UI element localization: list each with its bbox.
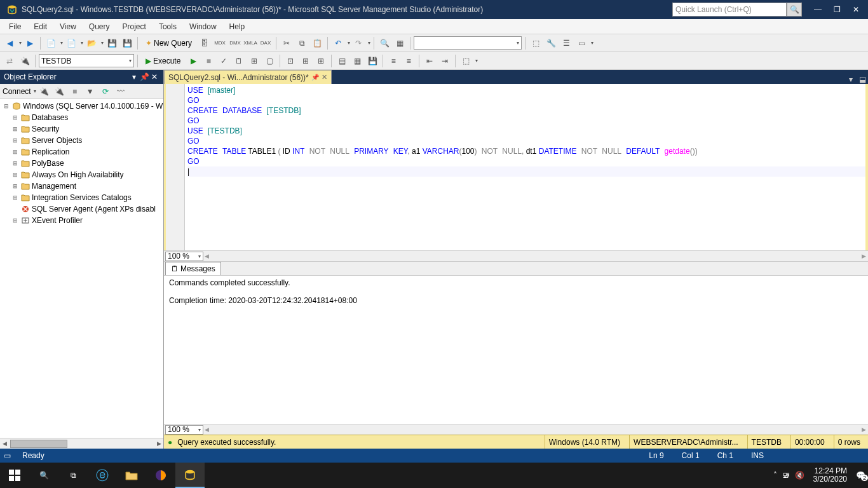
debug-button[interactable]: ▶ (186, 54, 200, 68)
stop-button[interactable]: ■ (68, 85, 82, 98)
collapse-icon[interactable]: ⊟ (3, 103, 10, 109)
disconnect-button[interactable]: 🔌 (53, 85, 67, 98)
system-tray[interactable]: ˄ 🖳 🔇 12:24 PM 3/20/2020 💬2 (771, 467, 868, 484)
cut-button[interactable]: ✂ (280, 36, 294, 50)
find-button[interactable]: 🔍 (377, 36, 391, 50)
dax-query-button[interactable]: DAX (259, 36, 273, 50)
messages-tab[interactable]: 🗒 Messages (165, 262, 221, 276)
nav-back-button[interactable]: ◀ (3, 36, 17, 50)
include-clientstats-button[interactable]: ⊞ (314, 54, 328, 68)
menu-window[interactable]: Window (183, 20, 223, 33)
menu-file[interactable]: File (3, 20, 27, 33)
tree-root[interactable]: ⊟ Windows (SQL Server 14.0.1000.169 - W (0, 100, 163, 112)
xmla-query-button[interactable]: XMLA (243, 36, 257, 50)
expand-icon[interactable]: ⊞ (11, 194, 19, 201)
tree-node-polybase[interactable]: ⊞PolyBase (0, 158, 163, 169)
pin-icon[interactable]: 📌 (311, 74, 319, 81)
solution-config-combo[interactable]: ▾ (414, 36, 522, 50)
volume-muted-icon[interactable]: 🔇 (795, 471, 804, 480)
refresh-icon[interactable]: ⟳ (98, 85, 112, 98)
tree-node-always-on[interactable]: ⊞Always On High Availability (0, 169, 163, 180)
tree-node-databases[interactable]: ⊞Databases (0, 112, 163, 123)
editor-zoom-combo[interactable]: 100 %▾ (165, 252, 203, 261)
new-query-button[interactable]: ✦ New Query (141, 36, 196, 50)
close-button[interactable]: ✕ (846, 3, 865, 17)
tree-node-replication[interactable]: ⊞Replication (0, 146, 163, 158)
object-explorer-tree[interactable]: ⊟ Windows (SQL Server 14.0.1000.169 - W … (0, 99, 163, 438)
tool4-button[interactable]: ▭ (574, 36, 588, 50)
tree-node-management[interactable]: ⊞Management (0, 180, 163, 192)
network-icon[interactable]: 🖳 (782, 471, 790, 480)
nav-fwd-button[interactable]: ▶ (23, 36, 37, 50)
taskbar-explorer[interactable] (117, 463, 146, 488)
undo-button[interactable]: ↶ (331, 36, 345, 50)
database-combo[interactable]: TESTDB▾ (39, 54, 134, 67)
minimize-button[interactable]: — (808, 3, 827, 17)
tool2-button[interactable]: 🔧 (544, 36, 558, 50)
connect-button[interactable]: 🔌 (37, 85, 51, 98)
uncomment-button[interactable]: ≡ (402, 54, 416, 68)
use-db-button[interactable]: ⇄ (3, 54, 17, 68)
split-button[interactable]: ⬓ (857, 75, 868, 84)
pane-dropdown-button[interactable]: ▾ (129, 72, 139, 81)
object-explorer-hscroll[interactable]: ◀ ▶ (0, 438, 163, 449)
indent-less-button[interactable]: ⇤ (423, 54, 437, 68)
pin-icon[interactable]: 📌 (139, 72, 149, 81)
change-connection-button[interactable]: 🔌 (18, 54, 32, 68)
results-grid-button[interactable]: ▦ (350, 54, 364, 68)
taskbar-clock[interactable]: 12:24 PM 3/20/2020 (810, 467, 851, 484)
intellisense-button[interactable]: ▢ (262, 54, 276, 68)
expand-icon[interactable]: ⊞ (11, 172, 19, 178)
tree-node-sql-agent[interactable]: ⊞SQL Server Agent (Agent XPs disabl (0, 203, 163, 215)
dmx-query-button[interactable]: DMX (228, 36, 242, 50)
menu-view[interactable]: View (53, 20, 83, 33)
expand-icon[interactable]: ⊞ (11, 149, 19, 155)
tree-node-security[interactable]: ⊞Security (0, 123, 163, 135)
db-engine-query-button[interactable]: 🗄 (198, 36, 212, 50)
pane-close-button[interactable]: ✕ (149, 72, 159, 81)
execute-button[interactable]: ▶ Execute (141, 54, 185, 68)
taskbar-firefox[interactable] (146, 463, 175, 488)
expand-icon[interactable]: ⊞ (11, 217, 19, 224)
query-options-button[interactable]: ⊞ (247, 54, 261, 68)
specify-values-button[interactable]: ⬚ (459, 54, 473, 68)
activity-button[interactable]: 〰 (114, 85, 128, 98)
action-center-icon[interactable]: 💬2 (856, 471, 865, 480)
start-button[interactable] (0, 463, 29, 488)
display-plan-button[interactable]: 🗒 (232, 54, 246, 68)
connect-label[interactable]: Connect (3, 87, 31, 96)
tab-overflow-button[interactable]: ▾ (845, 75, 857, 84)
open-button[interactable]: 📂 (85, 36, 98, 50)
new-project-button[interactable]: 📄 (44, 36, 58, 50)
task-view-button[interactable]: ⧉ (58, 463, 88, 488)
messages-output[interactable]: Commands completed successfully. Complet… (164, 275, 868, 424)
comment-button[interactable]: ≡ (386, 54, 400, 68)
tool1-button[interactable]: ⬚ (529, 36, 543, 50)
save-all-button[interactable]: 💾 (120, 36, 134, 50)
save-button[interactable]: 💾 (105, 36, 119, 50)
messages-zoom-combo[interactable]: 100 %▾ (165, 425, 203, 435)
menu-help[interactable]: Help (223, 20, 252, 33)
tray-chevron-icon[interactable]: ˄ (773, 471, 777, 480)
expand-icon[interactable]: ⊞ (11, 160, 19, 166)
expand-icon[interactable]: ⊞ (11, 126, 19, 132)
tab-close-button[interactable]: ✕ (322, 73, 327, 81)
results-file-button[interactable]: 💾 (365, 54, 379, 68)
search-button[interactable]: 🔍 (29, 463, 58, 488)
menu-project[interactable]: Project (116, 20, 153, 33)
tree-node-integration[interactable]: ⊞Integration Services Catalogs (0, 192, 163, 203)
menu-query[interactable]: Query (83, 20, 116, 33)
expand-icon[interactable]: ⊞ (11, 183, 19, 189)
tree-node-xevent[interactable]: ⊞XEvent Profiler (0, 215, 163, 226)
cancel-query-button[interactable]: ■ (201, 54, 215, 68)
tool3-button[interactable]: ☰ (559, 36, 573, 50)
properties-button[interactable]: ▦ (393, 36, 407, 50)
paste-button[interactable]: 📋 (310, 36, 324, 50)
results-text-button[interactable]: ▤ (335, 54, 349, 68)
restore-button[interactable]: ❐ (827, 3, 846, 17)
parse-button[interactable]: ✓ (217, 54, 231, 68)
quick-launch-search-button[interactable]: 🔍 (787, 3, 802, 17)
document-tab[interactable]: SQLQuery2.sql - Wi...Administrator (56))… (164, 70, 332, 84)
quick-launch-input[interactable]: Quick Launch (Ctrl+Q) (672, 3, 787, 17)
menu-tools[interactable]: Tools (153, 20, 183, 33)
